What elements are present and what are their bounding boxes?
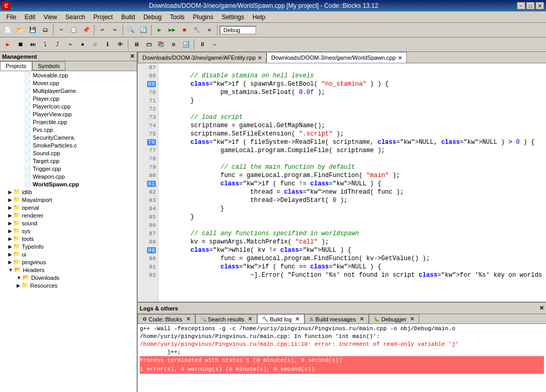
find-button[interactable]: 🔍 [125,24,137,36]
copy-button[interactable]: 📋 [68,24,79,36]
menu-file[interactable]: File [2,12,20,22]
menu-view[interactable]: View [39,12,61,22]
tree-item-idlib[interactable]: ▶📁idlib [0,188,137,196]
tree-item-player-cpp[interactable]: 📄Player.cpp [0,94,137,102]
tree-item-playerview-cpp[interactable]: 📄PlayerView.cpp [0,110,137,118]
debug-info[interactable]: ℹ [102,39,113,50]
abort-button[interactable]: ✕ [204,24,215,36]
tree-item-securitycamera-[interactable]: 📄SecurityCamera. [0,133,137,141]
tree-item-tools[interactable]: ▶📁tools [0,235,137,242]
replace-button[interactable]: 🔄 [138,24,149,36]
tree-item-weapon-cpp[interactable]: 📄Weapon.cpp [0,172,137,180]
tree-item-mover-cpp[interactable]: 📄Mover.cpp [0,79,137,87]
debug-start[interactable]: ▶ [2,39,14,50]
menu-tools[interactable]: Tools [166,12,189,22]
tree-item-label: TypeInfo [22,244,44,250]
debug-watches[interactable]: 👁 [114,39,126,50]
sep2 [94,25,95,35]
code-tab-close-0[interactable]: ✕ [258,55,262,61]
debug-remove-bp[interactable]: ○ [89,39,101,50]
save-button[interactable]: 💾 [27,24,38,36]
tree-item-mayaimport[interactable]: ▶📁MayaImport [0,196,137,204]
tab-projects[interactable]: Projects [0,61,32,71]
debug-mem[interactable]: 🗃 [143,39,154,50]
minimize-button[interactable]: − [517,2,525,9]
log-tab-4[interactable]: 🐛Debugger✕ [369,314,419,323]
tree-item-target-cpp[interactable]: 📄Target.cpp [0,157,137,165]
undo-button[interactable]: ↩ [97,24,108,36]
debug-bt[interactable]: 🔙 [180,39,192,50]
log-tab-close-1[interactable]: ✕ [248,316,252,322]
tree-item-downloads[interactable]: ▼📂Downloads [0,274,137,281]
menu-settings[interactable]: Settings [218,12,248,22]
menu-edit[interactable]: Edit [20,12,39,22]
tree-item-pvs-cpp[interactable]: 📄Pvs.cpp [0,126,137,133]
debug-cpu[interactable]: 🖥 [130,39,142,50]
debug-stack[interactable]: 📚 [155,39,167,50]
tree-item-renderer[interactable]: ▶📁renderer [0,211,137,219]
open-button[interactable]: 📂 [15,24,26,36]
tree-item-projectile-cpp[interactable]: 📄Projectile.cpp [0,118,137,126]
stop-button[interactable]: ■ [179,24,190,36]
log-tab-2[interactable]: 🔨Build log✕ [257,314,304,323]
tree-item-playericon-cpp[interactable]: 📄PlayerIcon.cpp [0,102,137,110]
menu-build[interactable]: Build [117,12,139,22]
tree-item-pingvinus[interactable]: ▶📁pingvinus [0,258,137,266]
log-tab-1[interactable]: 🔍Search results✕ [195,314,257,323]
debug-run-to[interactable]: ↷ [64,39,76,50]
tree-item-moveable-cpp[interactable]: 📄Moveable.cpp [0,71,137,79]
tree-item-label: Resources [30,282,58,289]
build-button[interactable]: ▶ [154,24,165,36]
menu-plugins[interactable]: Plugins [189,12,217,22]
save-all-button[interactable]: 🗂 [39,24,51,36]
debug-switch[interactable]: ↔ [209,39,220,50]
debug-step[interactable]: ⤵ [39,39,51,50]
log-tab-close-4[interactable]: ✕ [410,316,415,322]
paste-button[interactable]: 📌 [81,24,92,36]
tab-symbols[interactable]: Symbols [32,61,65,71]
tree-item-multiplayergame-[interactable]: 📄MultiplayerGame. [0,87,137,94]
tree-item-worldspawn-cpp[interactable]: 📄WorldSpawn.cpp [0,180,137,188]
menu-project[interactable]: Project [89,12,117,22]
tree-item-ui[interactable]: ▶📁ui [0,250,137,258]
menu-help[interactable]: Help [248,12,270,22]
menu-search[interactable]: Search [61,12,89,22]
tree-item-openal[interactable]: ▶📁openal [0,204,137,211]
code-editor[interactable]: 6768697071727374757677787980818283848586… [138,63,546,302]
debug-threads[interactable]: ⚙ [168,39,179,50]
menu-debug[interactable]: Debug [139,12,166,22]
management-close[interactable]: ✕ [130,53,135,60]
code-tab-close-1[interactable]: ✕ [398,55,402,61]
tree-item-resources[interactable]: ▶📁Resources [0,281,137,289]
cut-button[interactable]: ✂ [56,24,67,36]
logs-close[interactable]: ✕ [539,305,544,312]
new-button[interactable]: 📄 [2,24,14,36]
close-button[interactable]: ✕ [536,2,544,9]
tree-item-trigger-cpp[interactable]: 📄Trigger.cpp [0,165,137,172]
log-tab-close-3[interactable]: ✕ [359,316,364,322]
maximize-button[interactable]: □ [526,2,535,9]
folder-icon: 📁 [13,243,20,250]
tree-item-sound[interactable]: ▶📁sound [0,219,137,227]
run-button[interactable]: ▶▶ [166,24,178,36]
code-tab-0[interactable]: Downloads/DOOM-3/neo/game/AFEntity.cpp✕ [138,52,267,63]
log-tab-3[interactable]: ⚠Build messages✕ [304,314,369,323]
redo-button[interactable]: ↪ [109,24,121,36]
tree-item-typeinfo[interactable]: ▶📁TypeInfo [0,242,137,250]
debug-next[interactable]: ⏭ [27,39,38,50]
titlebar: C Downloads/DOOM-3/neo/game/WorldSpawn.c… [0,0,546,11]
log-tab-close-2[interactable]: ✕ [295,316,300,322]
debug-toggle-bp[interactable]: ● [77,39,88,50]
debug-out[interactable]: ⤴ [52,39,63,50]
code-tab-1[interactable]: Downloads/DOOM-3/neo/game/WorldSpawn.cpp… [267,52,406,63]
tree-item-smokeparticles-c[interactable]: 📄SmokeParticles.c [0,141,137,149]
log-tab-close-0[interactable]: ✕ [186,316,191,322]
tree-item-sound-cpp[interactable]: 📄Sound.cpp [0,149,137,157]
log-tab-0[interactable]: ⚙Code::Blocks✕ [138,314,195,323]
debug-pause[interactable]: ⏸ [196,39,208,50]
tree-item-sys[interactable]: ▶📁sys [0,227,137,235]
debug-stop[interactable]: ⏹ [15,39,26,50]
tree-item-headers[interactable]: ▼📂Headers [0,266,137,274]
rebuild-button[interactable]: 🔧 [191,24,203,36]
code-content[interactable]: // disable stamina on hell levels class=… [158,63,546,302]
